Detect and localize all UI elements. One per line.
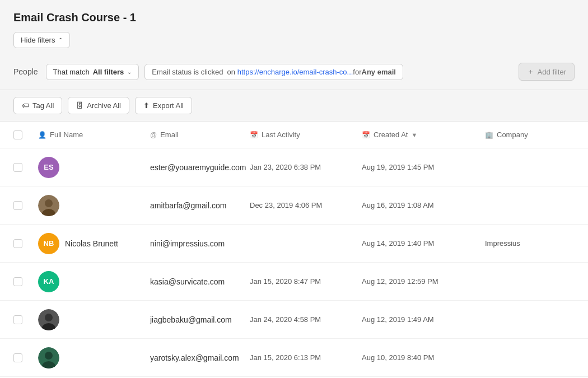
- col-header-last-activity: 📅 Last Activity: [250, 130, 362, 139]
- fullname-cell: KA: [38, 271, 150, 292]
- people-label: People: [13, 67, 38, 76]
- svg-point-4: [45, 314, 53, 321]
- svg-point-7: [45, 352, 53, 360]
- row-checkbox-cell: [13, 201, 38, 210]
- page-title: Email Crash Course - 1: [13, 11, 575, 24]
- cell-last-activity: Jan 15, 2020 6:13 PM: [250, 353, 362, 362]
- svg-point-1: [45, 199, 53, 207]
- col-header-company: 🏢 Company: [485, 130, 575, 139]
- table-row: ES ester@youaremyguide.com Jan 23, 2020 …: [0, 148, 588, 186]
- cell-last-activity: Jan 23, 2020 6:38 PM: [250, 163, 362, 171]
- avatar: [38, 347, 59, 368]
- cell-email: amitbarfa@gmail.com: [150, 201, 250, 210]
- export-all-button[interactable]: ⬆ Export All: [135, 97, 192, 114]
- filter-condition-link: https://encharge.io/email-crash-co...: [237, 68, 353, 76]
- table-container: 👤 Full Name @ Email 📅 Last Activity 📅 Cr…: [0, 122, 588, 378]
- row-checkbox[interactable]: [13, 239, 22, 248]
- page-wrapper: Email Crash Course - 1 Hide filters ⌃ Pe…: [0, 0, 588, 378]
- table-row: yarotsky.alex@gmail.com Jan 15, 2020 6:1…: [0, 339, 588, 377]
- row-checkbox-cell: [13, 277, 38, 286]
- row-checkbox[interactable]: [13, 201, 22, 210]
- table-row: NB Nicolas Brunett nini@impressius.com A…: [0, 225, 588, 263]
- col-header-created-at[interactable]: 📅 Created At ▼: [362, 130, 485, 139]
- cell-email: kasia@survicate.com: [150, 277, 250, 286]
- cell-created-at: Aug 12, 2019 12:59 PM: [362, 277, 485, 286]
- cell-last-activity: Jan 24, 2020 4:58 PM: [250, 315, 362, 324]
- cell-fullname: Nicolas Brunett: [65, 239, 118, 248]
- filter-condition-text: Email status is clicked on: [152, 68, 237, 76]
- cell-email: nini@impressius.com: [150, 239, 250, 248]
- row-checkbox-cell: [13, 353, 38, 362]
- row-checkbox[interactable]: [13, 163, 22, 172]
- match-filter-text: That match: [53, 68, 90, 76]
- avatar: KA: [38, 271, 59, 292]
- person-icon: 👤: [38, 131, 46, 139]
- sort-arrow-icon: ▼: [411, 132, 417, 138]
- cell-created-at: Aug 14, 2019 1:40 PM: [362, 239, 485, 248]
- tag-all-button[interactable]: 🏷 Tag All: [13, 97, 62, 114]
- export-all-label: Export All: [153, 101, 184, 110]
- filter-condition-pill[interactable]: Email status is clicked on https://encha…: [144, 64, 403, 80]
- archive-icon: 🗄: [76, 101, 83, 110]
- col-last-activity-label: Last Activity: [262, 130, 300, 139]
- cell-created-at: Aug 10, 2019 8:40 PM: [362, 353, 485, 362]
- archive-all-button[interactable]: 🗄 Archive All: [68, 97, 129, 114]
- col-created-at-label: Created At: [374, 130, 408, 139]
- table-row: amitbarfa@gmail.com Dec 23, 2019 4:06 PM…: [0, 186, 588, 225]
- calendar-icon-created: 📅: [362, 131, 370, 139]
- avatar: [38, 309, 59, 330]
- select-all-checkbox[interactable]: [13, 130, 22, 139]
- cell-last-activity: Jan 15, 2020 8:47 PM: [250, 277, 362, 286]
- col-fullname-label: Full Name: [50, 130, 83, 139]
- match-filter-pill[interactable]: That match All filters ⌄: [46, 64, 139, 80]
- row-checkbox[interactable]: [13, 277, 22, 286]
- select-all-checkbox-cell: [13, 130, 38, 139]
- chevron-up-icon: ⌃: [58, 37, 63, 43]
- col-company-label: Company: [497, 130, 528, 139]
- filter-condition-suffix: for: [353, 68, 361, 76]
- cell-created-at: Aug 16, 2019 1:08 AM: [362, 201, 485, 209]
- fullname-cell: ES: [38, 157, 150, 178]
- fullname-cell: [38, 195, 150, 216]
- row-checkbox-cell: [13, 315, 38, 324]
- avatar: [38, 195, 59, 216]
- table-header: 👤 Full Name @ Email 📅 Last Activity 📅 Cr…: [0, 122, 588, 148]
- row-checkbox-cell: [13, 163, 38, 172]
- tag-all-label: Tag All: [32, 101, 54, 110]
- hide-filters-button[interactable]: Hide filters ⌃: [13, 32, 70, 48]
- table-row: KA kasia@survicate.com Jan 15, 2020 8:47…: [0, 263, 588, 301]
- col-header-fullname: 👤 Full Name: [38, 130, 150, 139]
- cell-company: Impressius: [485, 239, 575, 248]
- archive-all-label: Archive All: [87, 101, 121, 110]
- cell-email: yarotsky.alex@gmail.com: [150, 353, 250, 362]
- at-icon: @: [150, 131, 157, 139]
- add-filter-button[interactable]: ＋ Add filter: [519, 63, 575, 81]
- cell-email: jiagbebaku@gmail.com: [150, 315, 250, 324]
- calendar-icon-activity: 📅: [250, 131, 258, 139]
- toolbar: 🏷 Tag All 🗄 Archive All ⬆ Export All: [0, 90, 588, 122]
- filter-condition-bold: Any email: [362, 68, 396, 76]
- avatar: NB: [38, 233, 59, 254]
- row-checkbox[interactable]: [13, 315, 22, 324]
- cell-email: ester@youaremyguide.com: [150, 163, 250, 172]
- chevron-down-icon: ⌄: [127, 69, 132, 75]
- hide-filters-label: Hide filters: [21, 36, 55, 44]
- header-section: Email Crash Course - 1 Hide filters ⌃ Pe…: [0, 0, 588, 90]
- cell-created-at: Aug 19, 2019 1:45 PM: [362, 163, 485, 171]
- fullname-cell: NB Nicolas Brunett: [38, 233, 150, 254]
- cell-last-activity: Dec 23, 2019 4:06 PM: [250, 201, 362, 209]
- filter-bar: People That match All filters ⌄ Email st…: [13, 56, 575, 90]
- plus-icon: ＋: [527, 67, 534, 77]
- col-header-email: @ Email: [150, 130, 250, 139]
- fullname-cell: [38, 347, 150, 368]
- match-filter-bold: All filters: [93, 68, 124, 76]
- table-body: ES ester@youaremyguide.com Jan 23, 2020 …: [0, 148, 588, 377]
- avatar: ES: [38, 157, 59, 178]
- row-checkbox-cell: [13, 239, 38, 248]
- cell-created-at: Aug 12, 2019 1:49 AM: [362, 315, 485, 324]
- row-checkbox[interactable]: [13, 353, 22, 362]
- building-icon: 🏢: [485, 131, 493, 139]
- col-email-label: Email: [160, 130, 179, 139]
- fullname-cell: [38, 309, 150, 330]
- table-row: jiagbebaku@gmail.com Jan 24, 2020 4:58 P…: [0, 301, 588, 339]
